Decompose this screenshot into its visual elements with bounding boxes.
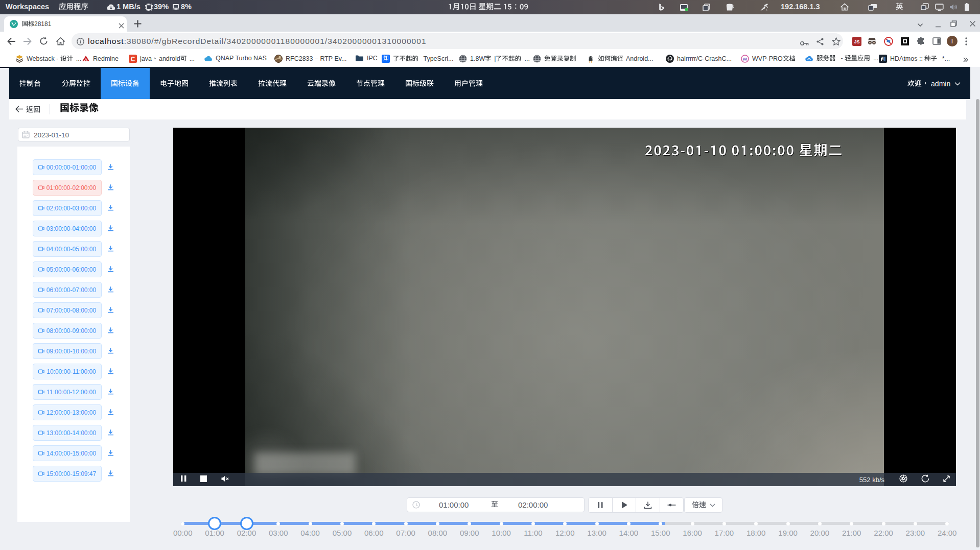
svg-text:JS: JS: [854, 39, 859, 44]
svg-text:C: C: [131, 56, 135, 63]
